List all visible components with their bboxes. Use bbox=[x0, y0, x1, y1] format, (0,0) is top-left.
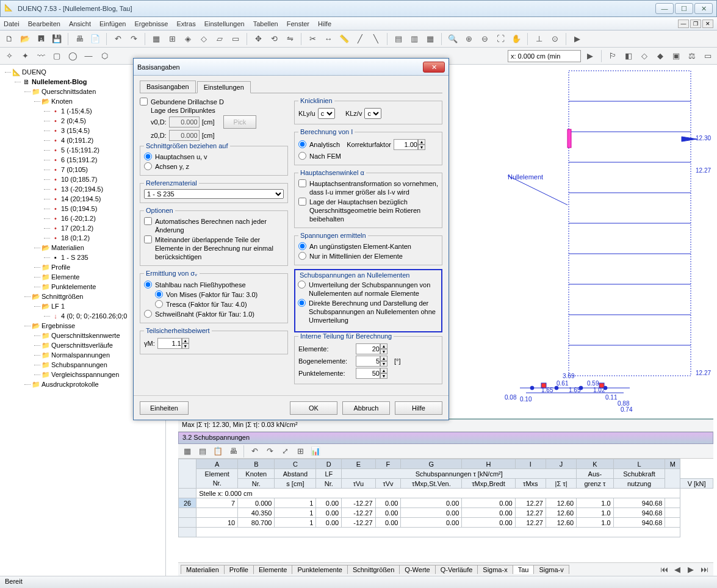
tt-5-icon[interactable]: ↶ bbox=[248, 445, 261, 458]
tree-knoten-item[interactable]: 4 (0;191.2) bbox=[61, 137, 93, 144]
tree-ergebnisse[interactable]: Ergebnisse bbox=[41, 322, 75, 329]
tt-6-icon[interactable]: ↷ bbox=[263, 445, 276, 458]
chk-auto[interactable]: Automatisches Berechnen nach jeder Änder… bbox=[144, 217, 284, 235]
open-icon[interactable]: 📂 bbox=[18, 32, 32, 46]
int-bogen-input[interactable] bbox=[356, 356, 380, 367]
rdo-spann2[interactable]: Nur in Mittellinien der Elemente bbox=[298, 251, 438, 261]
einheiten-button[interactable]: Einheiten bbox=[140, 401, 189, 415]
tree-erg-item[interactable]: Schubspannungen bbox=[51, 361, 107, 368]
menu-fenster[interactable]: Fenster bbox=[287, 20, 309, 27]
mdi-minimize[interactable]: — bbox=[678, 20, 689, 28]
menu-ergebnisse[interactable]: Ergebnisse bbox=[134, 20, 168, 27]
tree-mat1[interactable]: 1 - S 235 bbox=[61, 254, 88, 261]
rdo-stahlbau[interactable]: Stahlbau nach Fließhypothese bbox=[144, 280, 284, 290]
minimize-button[interactable]: — bbox=[655, 3, 674, 14]
korrektur-input[interactable] bbox=[394, 139, 418, 150]
t2-r2-icon[interactable]: ◧ bbox=[622, 49, 635, 63]
table-icon[interactable]: ▤ bbox=[392, 32, 405, 46]
chk-gebundene[interactable]: Gebundene Drillachse D bbox=[140, 97, 288, 107]
origin-icon[interactable]: ⊙ bbox=[548, 32, 561, 46]
bp-tab-profile[interactable]: Profile bbox=[224, 565, 254, 574]
menu-hilfe[interactable]: Hilfe bbox=[318, 20, 331, 27]
tree-elemente[interactable]: Elemente bbox=[51, 273, 79, 281]
refmat-select[interactable]: 1 - S 235 bbox=[144, 189, 284, 199]
rdo-achsen[interactable]: Achsen y, z bbox=[144, 162, 284, 171]
chk-haupt1[interactable]: Hauptachsentransformation so vornehmen, … bbox=[298, 179, 438, 197]
rdo-nachfem[interactable]: Nach FEM bbox=[298, 151, 438, 161]
tool4-icon[interactable]: ▭ bbox=[229, 32, 242, 46]
maximize-button[interactable]: ☐ bbox=[675, 3, 693, 14]
rdo-schubnull2[interactable]: Direkte Berechnung und Darstellung der S… bbox=[298, 298, 439, 325]
v0d-input[interactable] bbox=[169, 117, 200, 127]
tab-basisangaben[interactable]: Basisangaben bbox=[140, 81, 196, 93]
tt-7-icon[interactable]: ⤢ bbox=[278, 445, 292, 458]
x-play-icon[interactable]: ▶ bbox=[583, 49, 597, 63]
zoom-out-icon[interactable]: ⊖ bbox=[478, 32, 491, 46]
row-head[interactable]: 26 bbox=[179, 498, 196, 508]
tree-profile[interactable]: Profile bbox=[51, 264, 70, 271]
table3-icon[interactable]: ▦ bbox=[423, 32, 437, 46]
t2-6-icon[interactable]: — bbox=[82, 49, 95, 63]
zoom-in-icon[interactable]: ⊕ bbox=[462, 32, 475, 46]
tab-einstellungen[interactable]: Einstellungen bbox=[197, 81, 251, 93]
menu-ansicht[interactable]: Ansicht bbox=[69, 20, 91, 27]
tree-schnittgroessen[interactable]: Schnittgrößen bbox=[41, 293, 83, 300]
tt-9-icon[interactable]: 📊 bbox=[309, 445, 322, 458]
dialog-close-button[interactable]: ✕ bbox=[423, 62, 445, 73]
dim-icon[interactable]: ↔ bbox=[322, 32, 335, 46]
menu-einstellungen[interactable]: Einstellungen bbox=[204, 20, 245, 27]
rdo-tresca[interactable]: Tresca (Faktor für Tau: 4.0) bbox=[155, 299, 284, 309]
results-table[interactable]: A B C D E F G H I J K L M Element Knoten… bbox=[178, 459, 713, 537]
line-icon[interactable]: ╱ bbox=[353, 32, 367, 46]
row-head[interactable] bbox=[179, 518, 196, 528]
print-preview-icon[interactable]: 📄 bbox=[88, 32, 102, 46]
bp-tab-sigma-v[interactable]: Sigma-v bbox=[533, 565, 569, 574]
tree-punktelemente[interactable]: Punktelemente bbox=[51, 283, 96, 290]
bp-tab-schnittgrößen[interactable]: Schnittgrößen bbox=[347, 565, 400, 574]
zoom-window-icon[interactable]: 🔍 bbox=[446, 32, 459, 46]
tt-3-icon[interactable]: 📋 bbox=[211, 445, 225, 458]
tree-knoten-item[interactable]: 2 (0;4.5) bbox=[61, 117, 86, 124]
int-elemente-input[interactable] bbox=[356, 343, 380, 354]
tab-last-icon[interactable]: ⏭ bbox=[697, 563, 711, 576]
t2-4-icon[interactable]: ▢ bbox=[50, 49, 63, 63]
close-button[interactable]: ✕ bbox=[694, 3, 713, 14]
menu-bearbeiten[interactable]: Bearbeiten bbox=[28, 20, 60, 27]
calc-icon[interactable]: ▶ bbox=[571, 32, 584, 46]
bp-tab-materialien[interactable]: Materialien bbox=[181, 565, 225, 574]
tree-project[interactable]: Nullelement-Blog bbox=[32, 78, 87, 85]
tree-knoten-item[interactable]: 15 (0;194.5) bbox=[61, 205, 97, 212]
row-head[interactable] bbox=[179, 508, 196, 518]
t2-5-icon[interactable]: ◯ bbox=[66, 49, 79, 63]
tt-2-icon[interactable]: ▤ bbox=[196, 445, 209, 458]
tree-knoten-item[interactable]: 10 (0;185.7) bbox=[61, 176, 97, 183]
gammaM-input[interactable] bbox=[157, 338, 182, 349]
klyu-select[interactable]: c bbox=[318, 108, 335, 119]
tab-first-icon[interactable]: ⏮ bbox=[657, 563, 671, 576]
bp-tab-sigma-x[interactable]: Sigma-x bbox=[477, 565, 513, 574]
hilfe-button[interactable]: Hilfe bbox=[395, 401, 442, 415]
x-input[interactable] bbox=[508, 50, 581, 62]
int-punkt-input[interactable] bbox=[356, 368, 380, 379]
bp-tab-elemente[interactable]: Elemente bbox=[253, 565, 292, 574]
t2-r1-icon[interactable]: 🏳 bbox=[606, 49, 619, 63]
tree-knoten-item[interactable]: 6 (15;191.2) bbox=[61, 156, 97, 163]
t2-r6-icon[interactable]: ⚖ bbox=[685, 49, 699, 63]
new-icon[interactable]: 🗋 bbox=[2, 32, 16, 46]
tool-icon[interactable]: ◈ bbox=[181, 32, 195, 46]
undo-icon[interactable]: ↶ bbox=[111, 32, 124, 46]
tree-materialien[interactable]: Materialien bbox=[51, 244, 84, 251]
tree-ausdruck[interactable]: Ausdruckprotokolle bbox=[41, 381, 99, 388]
mdi-restore[interactable]: ❐ bbox=[690, 20, 701, 28]
tt-8-icon[interactable]: ⊞ bbox=[294, 445, 307, 458]
tree-knoten-item[interactable]: 17 (20;1.2) bbox=[61, 224, 93, 232]
tool2-icon[interactable]: ◇ bbox=[197, 32, 211, 46]
t2-r7-icon[interactable]: ▭ bbox=[701, 49, 715, 63]
mdi-close[interactable]: ✕ bbox=[702, 20, 713, 28]
tree-knoten-item[interactable]: 5 (-15;191.2) bbox=[61, 146, 99, 154]
bp-tab-q-werte[interactable]: Q-Werte bbox=[399, 565, 435, 574]
save-icon[interactable]: 🖪 bbox=[34, 32, 48, 46]
tree-knoten-item[interactable]: 16 (-20;1.2) bbox=[61, 215, 96, 222]
tree-knoten-item[interactable]: 7 (0;105) bbox=[61, 166, 88, 173]
line2-icon[interactable]: ╲ bbox=[369, 32, 383, 46]
